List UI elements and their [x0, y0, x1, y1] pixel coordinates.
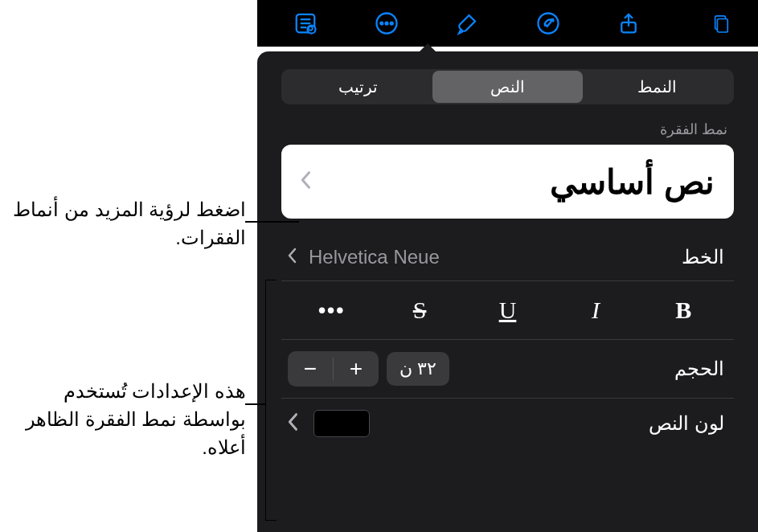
tab-text[interactable]: النص: [432, 71, 582, 103]
text-color-label: لون النص: [649, 412, 727, 435]
svg-rect-10: [717, 19, 727, 33]
size-stepper: − +: [288, 351, 379, 387]
paragraph-style-section-label: نمط الفقرة: [288, 121, 727, 138]
font-label: الخط: [682, 246, 727, 268]
redo-icon[interactable]: [528, 7, 568, 39]
paragraph-style-row[interactable]: نص أساسي: [281, 145, 734, 219]
text-color-swatch[interactable]: [313, 410, 370, 437]
more-icon[interactable]: [367, 7, 407, 39]
callout-paragraph-styles: اضغط لرؤية المزيد من أنماط الفقرات.: [5, 196, 246, 252]
strikethrough-button[interactable]: S: [375, 293, 463, 328]
size-label: الحجم: [674, 358, 727, 380]
doc-icon[interactable]: [690, 7, 730, 39]
font-row[interactable]: الخط Helvetica Neue: [281, 233, 734, 281]
size-increase-button[interactable]: +: [334, 351, 379, 387]
read-mode-icon[interactable]: [285, 7, 326, 39]
italic-button[interactable]: I: [551, 293, 639, 328]
svg-point-7: [538, 14, 558, 34]
more-styles-button[interactable]: •••: [288, 293, 375, 328]
chevron-left-icon: [301, 170, 312, 193]
svg-point-6: [391, 23, 393, 25]
paragraph-style-name: نص أساسي: [550, 162, 715, 202]
share-icon[interactable]: [608, 7, 649, 39]
font-style-buttons: B I U S •••: [281, 281, 734, 340]
chevron-left-icon: [288, 412, 299, 435]
svg-point-4: [380, 23, 383, 25]
chevron-left-icon: [288, 246, 297, 268]
callout-settings: هذه الإعدادات تُستخدم بواسطة نمط الفقرة …: [5, 378, 246, 461]
callout-line: [245, 403, 266, 405]
text-color-row[interactable]: لون النص: [281, 399, 734, 448]
font-value: Helvetica Neue: [309, 246, 440, 268]
size-decrease-button[interactable]: −: [288, 351, 333, 387]
callout-line: [245, 221, 299, 223]
top-toolbar: [257, 0, 758, 47]
bold-button[interactable]: B: [640, 293, 727, 328]
underline-button[interactable]: U: [464, 293, 551, 328]
format-tabs: النمط النص ترتيب: [281, 69, 734, 104]
tab-style[interactable]: النمط: [583, 71, 732, 103]
size-value-chip[interactable]: ٣٢ ن: [387, 352, 449, 386]
brush-icon[interactable]: [447, 7, 487, 39]
callout-bracket: [265, 280, 277, 521]
size-row: الحجم − + ٣٢ ن: [281, 340, 734, 399]
text-settings: الخط Helvetica Neue B I U S ••• الحجم −: [281, 233, 734, 448]
tab-arrange[interactable]: ترتيب: [283, 71, 432, 103]
format-panel: النمط النص ترتيب نمط الفقرة نص أساسي الخ…: [257, 51, 758, 532]
svg-point-5: [385, 23, 387, 25]
